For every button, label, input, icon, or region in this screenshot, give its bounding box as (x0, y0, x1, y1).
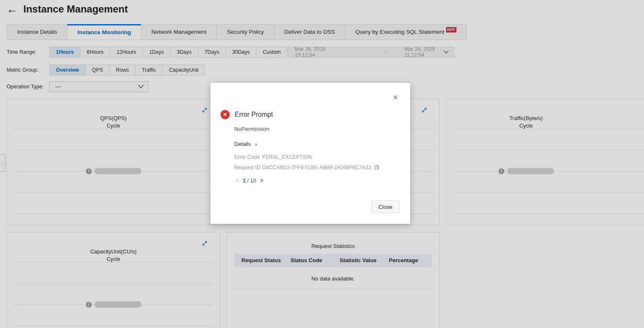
page-separator: / (247, 178, 249, 184)
details-label: Details (234, 141, 251, 147)
copy-icon[interactable] (374, 165, 379, 170)
error-message: NoPermission (234, 126, 269, 132)
error-code-row: Error Code FERAL_EXCEPTION (234, 154, 312, 160)
next-page-icon[interactable]: > (260, 177, 263, 184)
error-prompt-dialog: ✕ ✕ Error Prompt NoPermission Details∧ E… (210, 83, 410, 224)
request-id-label: Request ID (234, 165, 262, 170)
total-pages: 10 (250, 178, 256, 184)
error-code-value: FERAL_EXCEPTION (262, 154, 312, 160)
dialog-title-row: ✕ Error Prompt (221, 110, 273, 119)
request-id-row: Request ID D4CCA9D2-7FF9-51BE-AB89-2A098… (234, 165, 379, 170)
caret-up-icon: ∧ (255, 142, 258, 147)
error-code-label: Error Code (234, 154, 262, 160)
prev-page-icon[interactable]: < (236, 177, 239, 184)
instance-management-page: ← Instance Management Instance Details I… (0, 0, 644, 328)
dialog-title: Error Prompt (235, 111, 273, 118)
current-page: 1 (243, 178, 246, 184)
error-pagination: < 1 / 10 > (236, 177, 263, 184)
error-icon: ✕ (221, 110, 230, 119)
close-icon[interactable]: ✕ (393, 94, 398, 101)
request-id-value: D4CCA9D2-7FF9-51BE-AB89-2A098F6C7A32 (262, 165, 371, 170)
details-toggle[interactable]: Details∧ (234, 141, 258, 147)
close-button[interactable]: Close (371, 200, 399, 213)
